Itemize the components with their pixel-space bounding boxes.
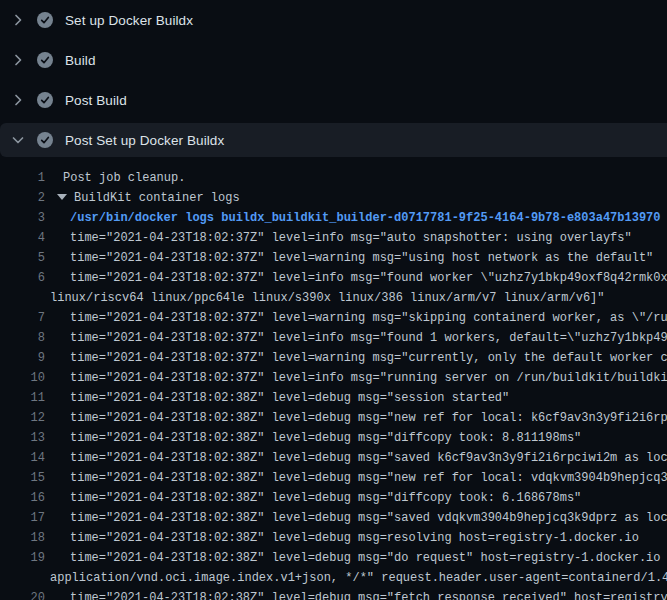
chevron-down-icon (10, 132, 26, 148)
log-line-text: time="2021-04-23T18:02:38Z" level=debug … (50, 448, 667, 468)
log-line-number[interactable]: 4 (0, 228, 45, 248)
log-row: 5 time="2021-04-23T18:02:37Z" level=warn… (0, 248, 667, 268)
log-line-text: time="2021-04-23T18:02:38Z" level=debug … (50, 508, 667, 528)
log-line-number[interactable]: 5 (0, 248, 45, 268)
log-panel: 1 Post job cleanup. 2 BuildKit container… (0, 160, 667, 600)
log-row: 17 time="2021-04-23T18:02:38Z" level=deb… (0, 508, 667, 528)
step-title: Post Build (65, 93, 127, 108)
log-line-text: time="2021-04-23T18:02:37Z" level=info m… (50, 268, 667, 288)
log-line-number[interactable]: 7 (0, 308, 45, 328)
step-header-post-build[interactable]: Post Build (0, 80, 667, 120)
log-line-number[interactable]: 19 (0, 548, 45, 568)
log-line-text: time="2021-04-23T18:02:37Z" level=info m… (50, 328, 667, 348)
log-group-toggle[interactable]: BuildKit container logs (50, 188, 240, 208)
log-line-number[interactable]: 12 (0, 408, 45, 428)
log-row: 8 time="2021-04-23T18:02:37Z" level=info… (0, 328, 667, 348)
log-line-number (0, 288, 45, 308)
log-line-text: time="2021-04-23T18:02:37Z" level=info m… (50, 228, 632, 248)
log-line-number[interactable]: 13 (0, 428, 45, 448)
log-line-text: time="2021-04-23T18:02:38Z" level=debug … (50, 428, 581, 448)
log-row: 7 time="2021-04-23T18:02:37Z" level=warn… (0, 308, 667, 328)
log-line-text: time="2021-04-23T18:02:38Z" level=debug … (50, 528, 639, 548)
log-row: 20 time="2021-04-23T18:02:38Z" level=deb… (0, 588, 667, 600)
log-row: 19 time="2021-04-23T18:02:38Z" level=deb… (0, 548, 667, 568)
log-line-text: time="2021-04-23T18:02:37Z" level=warnin… (50, 248, 653, 268)
log-line-number[interactable]: 15 (0, 468, 45, 488)
step-title: Set up Docker Buildx (65, 13, 193, 28)
log-row: 2 BuildKit container logs (0, 188, 667, 208)
log-line-text: time="2021-04-23T18:02:37Z" level=warnin… (50, 308, 667, 328)
step-title: Build (65, 53, 96, 68)
log-line-number[interactable]: 1 (0, 168, 45, 188)
log-line-text: time="2021-04-23T18:02:37Z" level=info m… (50, 368, 667, 388)
log-line-number[interactable]: 18 (0, 528, 45, 548)
log-row: 6 time="2021-04-23T18:02:37Z" level=info… (0, 268, 667, 288)
log-line-text: /usr/bin/docker logs buildx_buildkit_bui… (50, 208, 661, 228)
log-line-number[interactable]: 2 (0, 188, 45, 208)
log-row: 13 time="2021-04-23T18:02:38Z" level=deb… (0, 428, 667, 448)
check-circle-icon (37, 92, 53, 108)
chevron-right-icon (10, 52, 26, 68)
log-line-text: time="2021-04-23T18:02:38Z" level=debug … (50, 408, 667, 428)
log-row: 9 time="2021-04-23T18:02:37Z" level=warn… (0, 348, 667, 368)
log-line-text: time="2021-04-23T18:02:38Z" level=debug … (50, 548, 667, 568)
log-row: 3 /usr/bin/docker logs buildx_buildkit_b… (0, 208, 667, 228)
log-row: 11 time="2021-04-23T18:02:38Z" level=deb… (0, 388, 667, 408)
log-line-text: time="2021-04-23T18:02:37Z" level=warnin… (50, 348, 667, 368)
chevron-right-icon (10, 92, 26, 108)
check-circle-icon (37, 52, 53, 68)
log-line-number[interactable]: 6 (0, 268, 45, 288)
log-row: 15 time="2021-04-23T18:02:38Z" level=deb… (0, 468, 667, 488)
log-line-text: time="2021-04-23T18:02:38Z" level=debug … (50, 388, 509, 408)
actions-log-viewer: { "colors": { "page_bg": "#090d13", "ban… (0, 0, 667, 600)
log-line-number[interactable]: 16 (0, 488, 45, 508)
log-row: 1 Post job cleanup. (0, 168, 667, 188)
log-line-text: time="2021-04-23T18:02:38Z" level=debug … (50, 588, 667, 600)
log-row: 18 time="2021-04-23T18:02:38Z" level=deb… (0, 528, 667, 548)
step-header-post-set-up-docker-buildx[interactable]: Post Set up Docker Buildx (0, 123, 667, 157)
log-row: 10 time="2021-04-23T18:02:37Z" level=inf… (0, 368, 667, 388)
log-row: linux/riscv64 linux/ppc64le linux/s390x … (0, 288, 667, 308)
log-line-number[interactable]: 17 (0, 508, 45, 528)
log-line-text: application/vnd.oci.image.index.v1+json,… (50, 568, 667, 588)
log-row: 4 time="2021-04-23T18:02:37Z" level=info… (0, 228, 667, 248)
step-header-build[interactable]: Build (0, 40, 667, 80)
log-line-text: time="2021-04-23T18:02:38Z" level=debug … (50, 468, 667, 488)
group-expanded-triangle-icon (57, 194, 67, 200)
log-line-number[interactable]: 8 (0, 328, 45, 348)
check-circle-icon (37, 12, 53, 28)
chevron-right-icon (10, 12, 26, 28)
log-line-number[interactable]: 10 (0, 368, 45, 388)
check-circle-icon (37, 132, 53, 148)
step-header-set-up-docker-buildx[interactable]: Set up Docker Buildx (0, 0, 667, 40)
log-line-text: time="2021-04-23T18:02:38Z" level=debug … (50, 488, 581, 508)
log-line-number[interactable]: 11 (0, 388, 45, 408)
steps-list: Set up Docker Buildx Build Post Build (0, 0, 667, 157)
log-row: application/vnd.oci.image.index.v1+json,… (0, 568, 667, 588)
log-line-number[interactable]: 3 (0, 208, 45, 228)
log-line-number[interactable]: 9 (0, 348, 45, 368)
log-row: 14 time="2021-04-23T18:02:38Z" level=deb… (0, 448, 667, 468)
log-row: 16 time="2021-04-23T18:02:38Z" level=deb… (0, 488, 667, 508)
log-row: 12 time="2021-04-23T18:02:38Z" level=deb… (0, 408, 667, 428)
step-title: Post Set up Docker Buildx (65, 133, 224, 148)
log-line-number (0, 568, 45, 588)
log-line-text: linux/riscv64 linux/ppc64le linux/s390x … (50, 288, 605, 308)
log-line-number[interactable]: 20 (0, 588, 45, 600)
log-line-text: Post job cleanup. (50, 168, 185, 188)
log-line-number[interactable]: 14 (0, 448, 45, 468)
